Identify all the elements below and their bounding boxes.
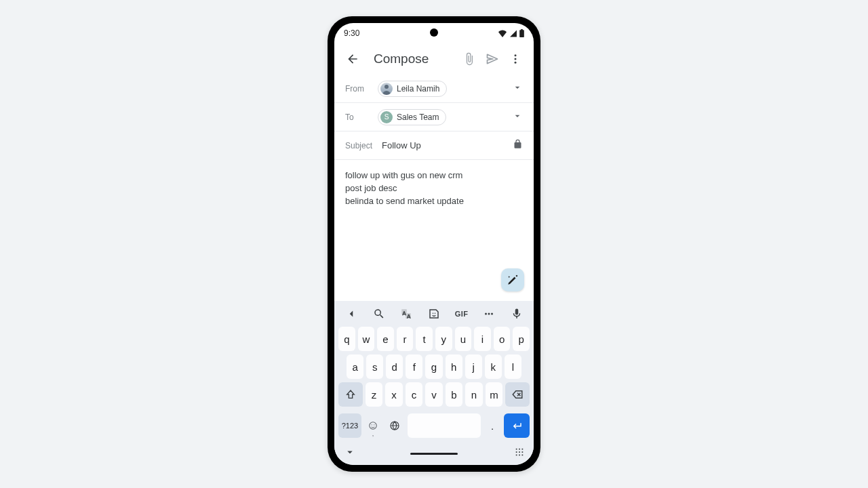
kb-mic[interactable] — [507, 304, 527, 324]
key-m[interactable]: m — [486, 382, 503, 407]
key-y[interactable]: y — [435, 327, 452, 351]
translate-icon — [400, 308, 412, 320]
battery-icon — [519, 29, 524, 37]
body-line: post job desc — [345, 182, 523, 195]
arrow-back-icon — [346, 52, 359, 66]
key-g[interactable]: g — [425, 354, 442, 379]
smart-compose-fab[interactable] — [501, 268, 524, 291]
wifi-icon — [498, 30, 507, 37]
status-icons — [498, 29, 524, 37]
signal-icon — [509, 30, 517, 37]
key-w[interactable]: w — [358, 327, 375, 351]
key-period[interactable]: . — [484, 413, 501, 438]
key-e[interactable]: e — [377, 327, 394, 351]
more-button[interactable] — [504, 47, 527, 70]
expand-to[interactable] — [512, 110, 523, 124]
subject-label: Subject — [345, 141, 375, 150]
key-r[interactable]: r — [397, 327, 414, 351]
from-chip[interactable]: Leila Namih — [378, 81, 447, 97]
phone-frame: 9:30 Compose From — [328, 16, 540, 472]
key-f[interactable]: f — [406, 354, 422, 379]
svg-rect-16 — [519, 451, 520, 453]
home-indicator[interactable] — [410, 453, 458, 455]
key-o[interactable]: o — [494, 327, 511, 351]
to-row[interactable]: To S Sales Team — [334, 103, 534, 131]
key-v[interactable]: v — [425, 382, 443, 407]
expand-from[interactable] — [512, 82, 523, 96]
attach-button[interactable] — [458, 47, 481, 70]
svg-rect-14 — [522, 449, 524, 450]
more-horiz-icon — [483, 308, 495, 320]
body-line: belinda to send market update — [345, 195, 523, 208]
key-b[interactable]: b — [446, 382, 463, 407]
backspace-icon — [511, 388, 524, 401]
kb-gif[interactable]: GIF — [452, 304, 472, 324]
lock-icon — [513, 139, 523, 149]
chevron-down-icon — [512, 110, 523, 121]
kb-search[interactable] — [369, 304, 389, 324]
key-t[interactable]: t — [416, 327, 433, 351]
send-button[interactable] — [481, 47, 504, 70]
svg-rect-20 — [522, 455, 524, 456]
key-k[interactable]: k — [485, 354, 502, 379]
kb-grid[interactable] — [515, 447, 524, 460]
kb-back[interactable] — [341, 304, 361, 324]
search-icon — [373, 308, 385, 320]
subject-value: Follow Up — [382, 140, 421, 150]
key-q[interactable]: q — [338, 327, 355, 351]
key-shift[interactable] — [338, 382, 363, 407]
subject-row[interactable]: Subject Follow Up — [334, 131, 534, 160]
sticker-icon — [428, 308, 440, 320]
key-h[interactable]: h — [446, 354, 462, 379]
svg-point-8 — [370, 422, 377, 430]
from-row[interactable]: From Leila Namih — [334, 75, 534, 103]
key-n[interactable]: n — [465, 382, 483, 407]
svg-point-5 — [485, 313, 487, 315]
key-l[interactable]: l — [505, 354, 521, 379]
kb-translate[interactable] — [396, 304, 416, 324]
back-button[interactable] — [341, 47, 364, 70]
globe-icon — [389, 420, 400, 431]
key-emoji[interactable]: , — [364, 413, 382, 438]
kb-more[interactable] — [479, 304, 499, 324]
key-backspace[interactable] — [505, 382, 530, 407]
confidential-lock[interactable] — [513, 139, 523, 152]
chevron-down-icon — [512, 82, 523, 93]
emoji-icon — [368, 421, 378, 430]
kb-collapse[interactable] — [344, 446, 356, 461]
svg-point-3 — [433, 313, 434, 314]
kb-sticker[interactable] — [424, 304, 444, 324]
page-title: Compose — [374, 52, 458, 66]
nav-bar — [334, 442, 534, 465]
key-d[interactable]: d — [386, 354, 403, 379]
svg-rect-18 — [516, 455, 517, 456]
paperclip-icon — [462, 52, 476, 66]
svg-point-10 — [374, 424, 374, 425]
key-symbols[interactable]: ?123 — [338, 413, 361, 438]
key-language[interactable] — [384, 413, 405, 438]
key-j[interactable]: j — [465, 354, 482, 379]
body-input[interactable]: follow up with gus on new crm post job d… — [334, 160, 534, 301]
chevron-down-icon — [344, 446, 356, 458]
key-space[interactable] — [408, 413, 481, 438]
mic-icon — [511, 308, 523, 320]
key-c[interactable]: c — [406, 382, 423, 407]
clock: 9:30 — [344, 28, 359, 38]
svg-rect-13 — [519, 449, 520, 450]
key-u[interactable]: u — [455, 327, 472, 351]
from-name: Leila Namih — [397, 84, 439, 94]
send-icon — [486, 52, 499, 66]
key-a[interactable]: a — [347, 354, 363, 379]
key-enter[interactable] — [504, 413, 530, 438]
svg-rect-12 — [516, 449, 517, 450]
key-i[interactable]: i — [474, 327, 491, 351]
key-p[interactable]: p — [513, 327, 530, 351]
to-name: Sales Team — [397, 113, 439, 122]
to-chip[interactable]: S Sales Team — [378, 109, 446, 125]
svg-rect-17 — [522, 451, 524, 453]
grid-icon — [515, 447, 524, 457]
key-z[interactable]: z — [366, 382, 383, 407]
kb-row-4: ?123 , . — [338, 413, 530, 438]
key-s[interactable]: s — [366, 354, 383, 379]
key-x[interactable]: x — [385, 382, 403, 407]
